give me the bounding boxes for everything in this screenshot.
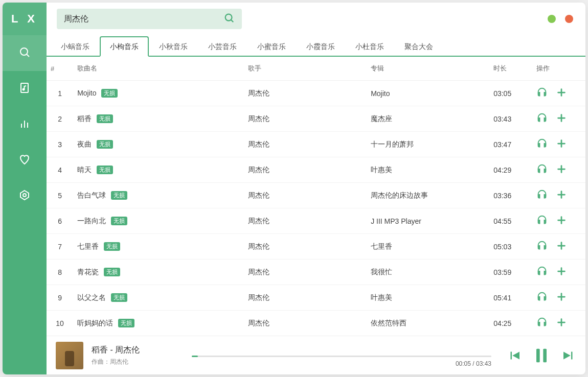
minimize-button[interactable] bbox=[548, 15, 556, 23]
play-button[interactable] bbox=[536, 266, 548, 278]
now-playing-sub: 作曲：周杰伦 bbox=[92, 358, 184, 366]
progress-time: 00:05 / 03:43 bbox=[192, 360, 491, 367]
svg-marker-7 bbox=[20, 191, 29, 200]
cell-ops bbox=[532, 106, 585, 132]
nav-songlist[interactable] bbox=[3, 71, 47, 107]
col-header-name: 歌曲名 bbox=[73, 57, 244, 81]
plus-icon bbox=[556, 266, 567, 278]
source-tab[interactable]: 小蜗音乐 bbox=[51, 36, 100, 57]
cell-duration: 03:47 bbox=[489, 132, 532, 157]
play-button[interactable] bbox=[536, 138, 548, 151]
play-button[interactable] bbox=[536, 163, 548, 176]
svg-line-1 bbox=[27, 55, 30, 57]
cell-album: J III MP3 Player bbox=[367, 208, 489, 234]
headphones-icon bbox=[536, 215, 548, 227]
progress-fill bbox=[192, 356, 198, 357]
play-button[interactable] bbox=[536, 240, 548, 253]
search-box bbox=[57, 9, 242, 29]
nav-settings[interactable] bbox=[3, 178, 47, 214]
table-row[interactable]: 10听妈妈的话 无损周杰伦依然范特西04:25 bbox=[47, 311, 585, 336]
add-button[interactable] bbox=[556, 138, 567, 151]
topbar bbox=[47, 3, 585, 35]
cell-name: 青花瓷 无损 bbox=[73, 260, 244, 285]
source-tab[interactable]: 聚合大会 bbox=[394, 36, 443, 57]
next-button[interactable] bbox=[561, 348, 576, 363]
col-header-artist: 歌手 bbox=[244, 57, 367, 81]
cell-ops bbox=[532, 234, 585, 260]
headphones-icon bbox=[536, 112, 548, 125]
cell-album: 我很忙 bbox=[367, 260, 489, 285]
lossless-badge: 无损 bbox=[111, 191, 127, 200]
svg-rect-34 bbox=[543, 348, 547, 362]
player-bar: 稻香 - 周杰伦 作曲：周杰伦 00:05 / 03:43 bbox=[47, 336, 585, 374]
add-button[interactable] bbox=[556, 163, 567, 176]
music-file-icon bbox=[18, 82, 31, 96]
table-row[interactable]: 7七里香 无损周杰伦七里香05:03 bbox=[47, 234, 585, 260]
table-row[interactable]: 1Mojito 无损周杰伦Mojito03:05 bbox=[47, 81, 585, 106]
cell-album: 叶惠美 bbox=[367, 285, 489, 311]
play-button[interactable] bbox=[536, 317, 548, 329]
headphones-icon bbox=[536, 317, 548, 329]
plus-icon bbox=[556, 189, 567, 202]
nav-favorites[interactable] bbox=[3, 143, 47, 178]
play-button[interactable] bbox=[536, 215, 548, 227]
source-tab[interactable]: 小芸音乐 bbox=[198, 36, 247, 57]
cell-artist: 周杰伦 bbox=[244, 106, 367, 132]
cell-name: 一路向北 无损 bbox=[73, 208, 244, 234]
add-button[interactable] bbox=[556, 317, 567, 329]
source-tab[interactable]: 小枸音乐 bbox=[100, 36, 149, 57]
table-row[interactable]: 2稻香 无损周杰伦魔杰座03:43 bbox=[47, 106, 585, 132]
cell-duration: 03:43 bbox=[489, 106, 532, 132]
add-button[interactable] bbox=[556, 189, 567, 202]
table-row[interactable]: 5告白气球 无损周杰伦周杰伦的床边故事03:36 bbox=[47, 183, 585, 208]
cell-index: 7 bbox=[47, 234, 73, 260]
source-tab[interactable]: 小蜜音乐 bbox=[247, 36, 296, 57]
cell-index: 6 bbox=[47, 208, 73, 234]
lossless-badge: 无损 bbox=[97, 140, 113, 149]
cell-duration: 03:05 bbox=[489, 81, 532, 106]
prev-button[interactable] bbox=[507, 348, 522, 363]
plus-icon bbox=[556, 317, 567, 329]
table-row[interactable]: 8青花瓷 无损周杰伦我很忙03:59 bbox=[47, 260, 585, 285]
play-button[interactable] bbox=[536, 291, 548, 304]
add-button[interactable] bbox=[556, 266, 567, 278]
cell-index: 10 bbox=[47, 311, 73, 336]
table-row[interactable]: 4晴天 无损周杰伦叶惠美04:29 bbox=[47, 157, 585, 183]
time-sep: / bbox=[471, 360, 476, 367]
search-submit-icon[interactable] bbox=[223, 12, 235, 26]
lossless-badge: 无损 bbox=[111, 293, 127, 302]
pause-button[interactable] bbox=[531, 345, 552, 366]
cell-artist: 周杰伦 bbox=[244, 234, 367, 260]
window-controls bbox=[548, 15, 573, 23]
source-tab[interactable]: 小秋音乐 bbox=[149, 36, 198, 57]
now-playing-title: 稻香 - 周杰伦 bbox=[92, 345, 184, 356]
table-row[interactable]: 6一路向北 无损周杰伦J III MP3 Player04:55 bbox=[47, 208, 585, 234]
add-button[interactable] bbox=[556, 215, 567, 227]
add-button[interactable] bbox=[556, 240, 567, 253]
play-button[interactable] bbox=[536, 87, 548, 100]
nav-search[interactable] bbox=[3, 35, 47, 71]
add-button[interactable] bbox=[556, 112, 567, 125]
cell-index: 3 bbox=[47, 132, 73, 157]
cell-artist: 周杰伦 bbox=[244, 285, 367, 311]
table-row[interactable]: 3夜曲 无损周杰伦十一月的萧邦03:47 bbox=[47, 132, 585, 157]
col-header-index: # bbox=[47, 57, 73, 81]
cell-duration: 03:59 bbox=[489, 260, 532, 285]
add-button[interactable] bbox=[556, 291, 567, 304]
source-tab[interactable]: 小霞音乐 bbox=[296, 36, 345, 57]
lossless-badge: 无损 bbox=[104, 268, 120, 276]
table-row[interactable]: 9以父之名 无损周杰伦叶惠美05:41 bbox=[47, 285, 585, 311]
add-button[interactable] bbox=[556, 87, 567, 100]
play-button[interactable] bbox=[536, 112, 548, 125]
results-table-wrap[interactable]: # 歌曲名 歌手 专辑 时长 操作 1Mojito 无损周杰伦Mojito03:… bbox=[47, 57, 585, 336]
search-input[interactable] bbox=[64, 14, 223, 23]
source-tab[interactable]: 小杜音乐 bbox=[345, 36, 394, 57]
close-button[interactable] bbox=[565, 15, 573, 23]
nav-ranking[interactable] bbox=[3, 107, 47, 143]
progress-bar[interactable] bbox=[192, 356, 491, 357]
play-button[interactable] bbox=[536, 189, 548, 202]
cell-ops bbox=[532, 285, 585, 311]
cell-artist: 周杰伦 bbox=[244, 81, 367, 106]
album-art[interactable] bbox=[56, 342, 83, 369]
bar-chart-icon bbox=[18, 117, 31, 132]
